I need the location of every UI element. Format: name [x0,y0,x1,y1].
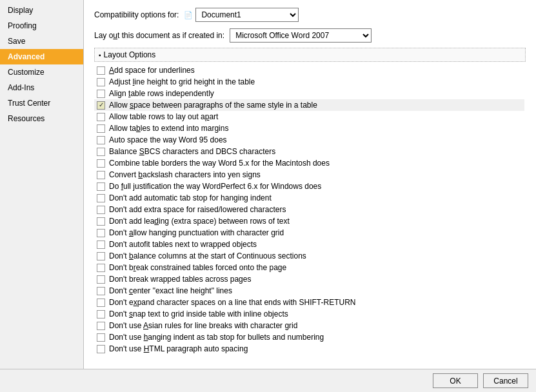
option-checkbox-23[interactable] [97,322,105,330]
doc-icon: 📄 [184,11,193,19]
compat-document-select[interactable]: Document1 [195,8,299,22]
option-checkbox-7[interactable] [97,136,105,144]
sidebar-item-display[interactable]: Display [0,3,83,18]
list-item: Don't add extra space for raised/lowered… [94,204,524,215]
option-checkbox-12[interactable] [97,194,105,202]
ok-button[interactable]: OK [433,373,478,388]
option-text-2: Adjust line height to grid height in the… [109,77,255,86]
list-item: Auto space the way Word 95 does [94,134,524,146]
option-checkbox-9[interactable] [97,159,105,168]
list-item: Convert backslash characters into yen si… [94,169,524,181]
option-text-6: Allow tables to extend into margins [109,124,228,133]
sidebar-item-advanced[interactable]: Advanced [0,49,83,64]
list-item: Allow space between paragraphs of the sa… [94,99,524,111]
option-text-12: Don't add automatic tab stop for hanging… [109,193,272,202]
option-checkbox-22[interactable] [97,310,105,318]
option-text-25: Don't use HTML paragraph auto spacing [109,344,248,353]
list-item: Don't break wrapped tables across pages [94,273,524,285]
option-checkbox-16[interactable] [97,240,105,249]
option-text-15: Don't allow hanging punctuation with cha… [109,228,284,237]
option-checkbox-19[interactable] [97,275,105,284]
option-text-13: Don't add extra space for raised/lowered… [109,205,286,214]
option-checkbox-1[interactable] [97,66,105,75]
option-checkbox-17[interactable] [97,252,105,260]
list-item: Don't expand character spaces on a line … [94,297,524,308]
options-scroll[interactable]: Add space for underlines Adjust line hei… [94,64,526,361]
option-text-10: Convert backslash characters into yen si… [109,170,261,179]
layout-options-header: ▪ Layout Options [94,48,526,62]
list-item: Balance SBCS characters and DBCS charact… [94,146,524,157]
list-item: Don't use hanging indent as tab stop for… [94,331,524,343]
sidebar: Display Proofing Save Advanced Customize… [0,0,84,369]
option-checkbox-15[interactable] [97,229,105,237]
option-text-17: Don't balance columns at the start of Co… [109,251,306,260]
list-item: Allow tables to extend into margins [94,122,524,134]
list-item: Don't add leading (extra space) between … [94,215,524,227]
option-checkbox-13[interactable] [97,206,105,214]
option-text-4: Allow space between paragraphs of the sa… [109,101,317,110]
option-text-9: Combine table borders the way Word 5.x f… [109,159,330,168]
option-checkbox-14[interactable] [97,217,105,226]
option-text-3: Align table rows independently [109,89,214,98]
option-checkbox-11[interactable] [97,182,105,191]
list-item: Don't autofit tables next to wrapped obj… [94,239,524,250]
option-checkbox-2[interactable] [97,78,105,86]
option-text-5: Allow table rows to lay out apart [109,112,218,121]
compat-select-wrapper: 📄 Document1 [184,8,299,22]
option-checkbox-5[interactable] [97,113,105,121]
option-text-19: Don't break wrapped tables across pages [109,275,251,284]
sidebar-item-proofing[interactable]: Proofing [0,18,83,34]
footer: OK Cancel [0,369,536,392]
sidebar-item-save[interactable]: Save [0,34,83,49]
main-container: Display Proofing Save Advanced Customize… [0,0,536,369]
list-item: Allow table rows to lay out apart [94,111,524,122]
list-item: Add space for underlines [94,64,524,76]
list-item: Combine table borders the way Word 5.x f… [94,157,524,169]
option-text-24: Don't use hanging indent as tab stop for… [109,333,324,342]
list-item: Align table rows independently [94,88,524,99]
sidebar-item-customize[interactable]: Customize [0,64,83,80]
list-item: Don't add automatic tab stop for hanging… [94,192,524,204]
list-item: Don't snap text to grid inside table wit… [94,308,524,320]
list-item: Don't allow hanging punctuation with cha… [94,227,524,239]
option-checkbox-18[interactable] [97,264,105,272]
option-text-14: Don't add leading (extra space) between … [109,217,290,226]
list-item: Don't break constrained tables forced on… [94,262,524,273]
option-checkbox-25[interactable] [97,345,105,353]
option-checkbox-8[interactable] [97,148,105,156]
option-text-21: Don't expand character spaces on a line … [109,298,355,307]
option-text-1: Add space for underlines [109,66,195,75]
compat-label: Compatibility options for: [94,10,179,19]
option-text-18: Don't break constrained tables forced on… [109,263,286,272]
option-checkbox-20[interactable] [97,287,105,295]
cancel-button[interactable]: Cancel [483,373,528,388]
layout-label: Lay out this document as if created in: [94,31,224,40]
option-checkbox-24[interactable] [97,333,105,342]
list-item: Don't use Asian rules for line breaks wi… [94,320,524,331]
option-checkbox-6[interactable] [97,124,105,133]
option-text-20: Don't center "exact line height" lines [109,286,232,295]
option-text-11: Do full justification the way WordPerfec… [109,182,321,191]
option-text-7: Auto space the way Word 95 does [109,135,227,144]
option-checkbox-3[interactable] [97,90,105,98]
option-text-22: Don't snap text to grid inside table wit… [109,309,288,318]
option-text-23: Don't use Asian rules for line breaks wi… [109,321,297,330]
layout-select[interactable]: Microsoft Office Word 2007 [230,28,372,43]
collapse-icon[interactable]: ▪ [99,52,101,59]
option-checkbox-21[interactable] [97,299,105,307]
sidebar-item-resources[interactable]: Resources [0,111,83,126]
content-area: Compatibility options for: 📄 Document1 L… [84,0,536,369]
compat-row: Compatibility options for: 📄 Document1 [94,8,526,22]
option-checkbox-4[interactable] [97,101,105,110]
option-checkbox-10[interactable] [97,171,105,179]
option-text-8: Balance SBCS characters and DBCS charact… [109,147,275,156]
sidebar-item-addins[interactable]: Add-Ins [0,80,83,95]
sidebar-item-trust-center[interactable]: Trust Center [0,95,83,111]
layout-row: Lay out this document as if created in: … [94,28,526,43]
list-item: Do full justification the way WordPerfec… [94,181,524,192]
list-item: Don't balance columns at the start of Co… [94,250,524,262]
option-text-16: Don't autofit tables next to wrapped obj… [109,240,257,249]
list-item: Don't center "exact line height" lines [94,285,524,297]
list-item: Adjust line height to grid height in the… [94,76,524,88]
list-item: Don't use HTML paragraph auto spacing [94,343,524,355]
